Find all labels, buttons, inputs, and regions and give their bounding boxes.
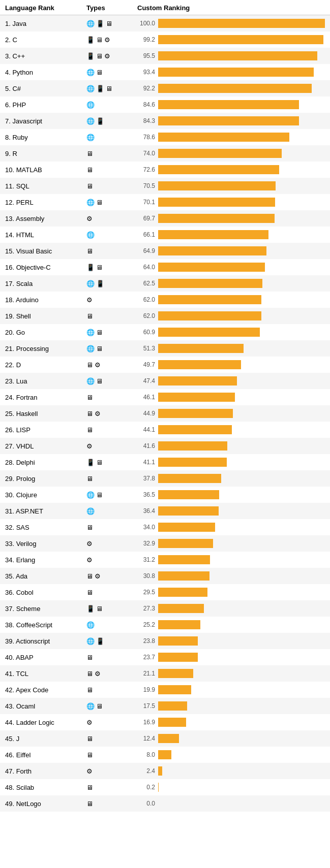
bar-value: 16.9 — [137, 719, 155, 726]
desktop-icon: 🖥 — [86, 410, 93, 417]
bar-container — [158, 360, 325, 369]
rank-name-cell: 2. C — [5, 36, 86, 44]
bar — [158, 35, 323, 44]
bar-section: 51.3 — [137, 344, 325, 353]
bar-container — [158, 588, 325, 597]
desktop-icon: 🖥 — [86, 800, 93, 808]
bar-section: 69.7 — [137, 214, 325, 223]
types-cell: 🌐🖥 — [86, 377, 137, 385]
bar-container — [158, 328, 325, 337]
types-cell: ⚙ — [86, 215, 137, 222]
bar-container — [158, 783, 325, 792]
types-cell: 🖥 — [86, 182, 137, 190]
rank-name-cell: 49. NetLogo — [5, 800, 86, 808]
bar-value: 44.9 — [137, 410, 155, 417]
desktop-icon: 🖥 — [96, 459, 103, 466]
bar-container — [158, 19, 325, 28]
bar-container — [158, 409, 325, 418]
bar — [158, 636, 198, 646]
rank-name-cell: 9. R — [5, 150, 86, 157]
types-cell: 🖥⚙ — [86, 572, 137, 580]
bar-container — [158, 116, 325, 125]
bar — [158, 344, 244, 353]
bar-container — [158, 636, 325, 646]
bar-section: 36.5 — [137, 490, 325, 499]
types-cell: 📱🖥⚙ — [86, 36, 137, 44]
bar-section: 2.4 — [137, 766, 325, 776]
bar — [158, 295, 261, 304]
bar-container — [158, 506, 325, 516]
rank-name-cell: 5. C# — [5, 85, 86, 92]
bar-section: 31.2 — [137, 555, 325, 564]
types-cell: 🌐📱🖥 — [86, 20, 137, 27]
rank-name-cell: 23. Lua — [5, 377, 86, 385]
bar-section: 93.4 — [137, 68, 325, 77]
bar-container — [158, 620, 325, 629]
bar-value: 70.5 — [137, 182, 155, 189]
bar-section: 25.2 — [137, 620, 325, 629]
bar-section: 78.6 — [137, 133, 325, 142]
bar-value: 84.6 — [137, 101, 155, 108]
bar-value: 78.6 — [137, 134, 155, 141]
embedded-icon: ⚙ — [86, 540, 93, 548]
bar-value: 29.5 — [137, 589, 155, 596]
bar-container — [158, 263, 325, 272]
desktop-icon: 🖥 — [96, 329, 103, 336]
bar-section: 99.2 — [137, 35, 325, 44]
types-cell: 🌐📱🖥 — [86, 85, 137, 92]
bar-section: 0.2 — [137, 783, 325, 792]
header-types: Types — [86, 4, 137, 12]
bar-container — [158, 133, 325, 142]
desktop-icon: 🖥 — [96, 377, 103, 385]
table-row: 5. C#🌐📱🖥92.2 — [0, 80, 330, 97]
bar-value: 66.1 — [137, 231, 155, 238]
bar-section: 30.8 — [137, 571, 325, 581]
bar-value: 37.8 — [137, 475, 155, 482]
bar-container — [158, 523, 325, 532]
rank-name-cell: 38. CoffeeScript — [5, 621, 86, 629]
bar-container — [158, 685, 325, 694]
desktop-icon: 🖥 — [86, 751, 93, 759]
types-cell: 📱🖥 — [86, 459, 137, 466]
table-body: 1. Java🌐📱🖥100.02. C📱🖥⚙99.23. C++📱🖥⚙95.54… — [0, 15, 330, 812]
desktop-icon: 🖥 — [86, 670, 93, 678]
rank-name-cell: 15. Visual Basic — [5, 247, 86, 255]
table-row: 10. MATLAB🖥72.6 — [0, 162, 330, 178]
bar-section: 19.9 — [137, 685, 325, 694]
table-row: 43. Ocaml🌐🖥17.5 — [0, 698, 330, 714]
types-cell: 🌐 — [86, 231, 137, 239]
desktop-icon: 🖥 — [106, 20, 112, 27]
table-row: 35. Ada🖥⚙30.8 — [0, 568, 330, 584]
bar-value: 62.0 — [137, 296, 155, 303]
rank-name-cell: 12. PERL — [5, 199, 86, 206]
bar-value: 23.8 — [137, 637, 155, 645]
web-icon: 🌐 — [86, 101, 95, 109]
bar-container — [158, 214, 325, 223]
rank-name-cell: 35. Ada — [5, 572, 86, 580]
types-cell: 🖥 — [86, 735, 137, 743]
bar-container — [158, 181, 325, 190]
desktop-icon: 🖥 — [96, 605, 103, 613]
table-row: 9. R🖥74.0 — [0, 145, 330, 162]
desktop-icon: 🖥 — [96, 199, 103, 206]
table-row: 42. Apex Code🖥19.9 — [0, 682, 330, 698]
types-cell: 🖥 — [86, 150, 137, 157]
bar — [158, 198, 275, 207]
rank-name-cell: 39. Actionscript — [5, 637, 86, 645]
types-cell: 📱🖥 — [86, 264, 137, 271]
web-icon: 🌐 — [86, 491, 95, 499]
rank-name-cell: 7. Javascript — [5, 117, 86, 125]
bar — [158, 100, 299, 109]
bar — [158, 669, 193, 678]
rank-name-cell: 45. J — [5, 735, 86, 743]
rank-name-cell: 47. Forth — [5, 767, 86, 775]
bar-value: 8.0 — [137, 751, 155, 758]
bar — [158, 604, 204, 613]
types-cell: 🖥⚙ — [86, 361, 137, 369]
table-row: 33. Verilog⚙32.9 — [0, 535, 330, 552]
bar — [158, 425, 232, 434]
table-row: 7. Javascript🌐📱84.3 — [0, 113, 330, 129]
bar-section: 62.5 — [137, 279, 325, 288]
bar-container — [158, 295, 325, 304]
bar-section: 92.2 — [137, 84, 325, 93]
